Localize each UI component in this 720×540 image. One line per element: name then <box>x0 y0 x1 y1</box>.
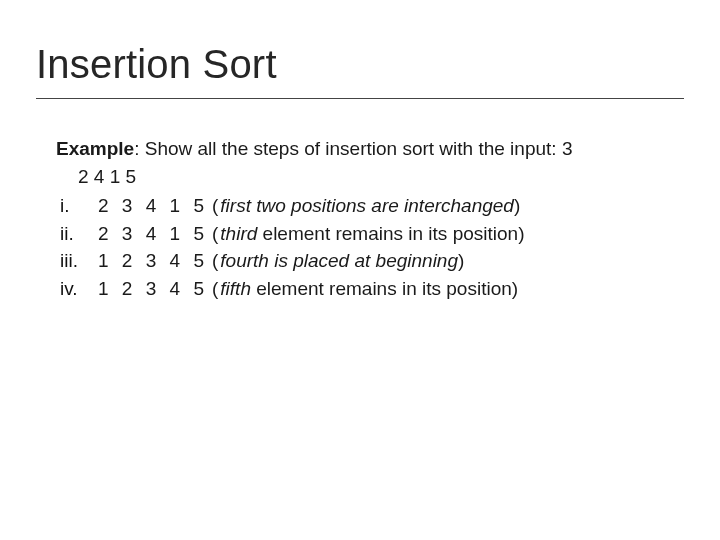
paren-close: ) <box>512 278 518 299</box>
step-note: (fifth element remains in its position) <box>212 275 518 303</box>
step-number: i. <box>56 192 98 220</box>
input-continuation: 2 4 1 5 <box>56 163 676 191</box>
slide: Insertion Sort Example: Show all the ste… <box>0 0 720 540</box>
step-note-text: fourth is placed at beginning <box>220 250 458 271</box>
slide-title: Insertion Sort <box>36 42 277 87</box>
step-number: ii. <box>56 220 98 248</box>
step-row: i. 2 3 4 1 5 (first two positions are in… <box>56 192 676 220</box>
example-line: Example: Show all the steps of insertion… <box>56 135 676 163</box>
example-label: Example <box>56 138 134 159</box>
step-row: iii. 1 2 3 4 5 (fourth is placed at begi… <box>56 247 676 275</box>
step-number: iv. <box>56 275 98 303</box>
paren-close: ) <box>518 223 524 244</box>
step-sequence: 1 2 3 4 5 <box>98 275 212 303</box>
steps-list: i. 2 3 4 1 5 (first two positions are in… <box>56 192 676 302</box>
step-note-tail: element remains in its position <box>257 223 518 244</box>
step-row: ii. 2 3 4 1 5 (third element remains in … <box>56 220 676 248</box>
step-sequence: 2 3 4 1 5 <box>98 220 212 248</box>
step-number: iii. <box>56 247 98 275</box>
title-underline <box>36 98 684 99</box>
step-note-text: first two positions are interchanged <box>220 195 514 216</box>
step-note-tail: element remains in its position <box>251 278 512 299</box>
paren-close: ) <box>458 250 464 271</box>
slide-body: Example: Show all the steps of insertion… <box>56 135 676 302</box>
step-note: (third element remains in its position) <box>212 220 524 248</box>
step-row: iv. 1 2 3 4 5 (fifth element remains in … <box>56 275 676 303</box>
step-note-head: fifth <box>220 278 251 299</box>
paren-close: ) <box>514 195 520 216</box>
step-note-head: third <box>220 223 257 244</box>
step-sequence: 2 3 4 1 5 <box>98 192 212 220</box>
step-note: (first two positions are interchanged) <box>212 192 520 220</box>
step-sequence: 1 2 3 4 5 <box>98 247 212 275</box>
example-prompt: : Show all the steps of insertion sort w… <box>134 138 572 159</box>
step-note: (fourth is placed at beginning) <box>212 247 464 275</box>
